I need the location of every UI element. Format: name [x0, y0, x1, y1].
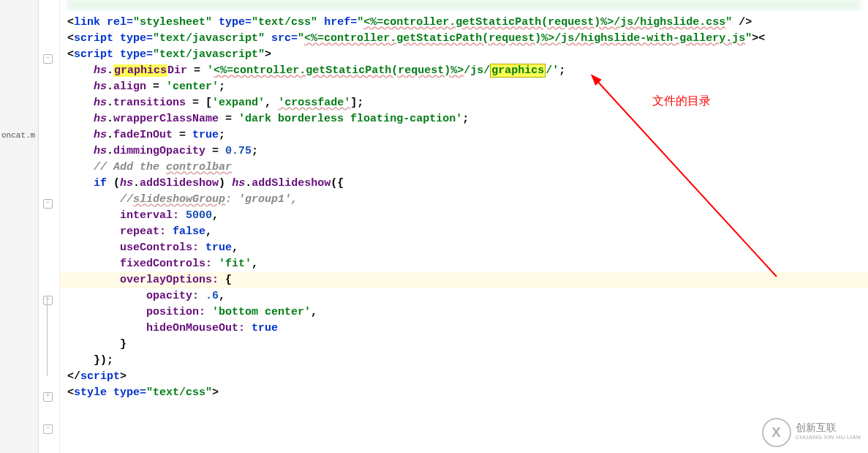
logo-icon: X: [762, 418, 791, 447]
code-line[interactable]: <link rel="stylesheet" type="text/css" h…: [60, 15, 868, 31]
code-line[interactable]: hs.wrapperClassName = 'dark borderless f…: [60, 111, 868, 127]
blurred-header: [67, 0, 861, 10]
code-line[interactable]: hs.graphicsDir = '<%=controller.getStati…: [60, 63, 868, 79]
editor-root: oncat.m − − − + − <link rel="stylesheet"…: [0, 0, 868, 453]
code-line[interactable]: interval: 5000,: [60, 208, 868, 224]
code-line[interactable]: if (hs.addSlideshow) hs.addSlideshow({: [60, 176, 868, 192]
fold-marker[interactable]: +: [43, 392, 53, 402]
project-sidebar[interactable]: oncat.m: [0, 0, 39, 453]
code-line-highlighted[interactable]: overlayOptions: {: [60, 272, 868, 288]
code-editor[interactable]: <link rel="stylesheet" type="text/css" h…: [60, 0, 868, 453]
code-line[interactable]: hideOnMouseOut: true: [60, 321, 868, 337]
code-line[interactable]: hs.dimmingOpacity = 0.75;: [60, 143, 868, 160]
sidebar-file[interactable]: oncat.m: [0, 128, 38, 143]
code-line[interactable]: //slideshowGroup: 'group1',: [60, 192, 868, 208]
code-line[interactable]: <script type="text/javascript" src="<%=c…: [60, 31, 868, 47]
code-line[interactable]: <script type="text/javascript">: [60, 47, 868, 63]
code-line[interactable]: fixedControls: 'fit',: [60, 256, 868, 272]
logo-text-cn: 创新互联: [796, 422, 861, 433]
watermark-logo: X 创新互联 CHUANG XIN HU LIAN: [762, 418, 861, 447]
code-line[interactable]: opacity: .6,: [60, 288, 868, 304]
code-line[interactable]: </script>: [60, 369, 868, 385]
code-line[interactable]: repeat: false,: [60, 224, 868, 240]
gutter[interactable]: − − − + −: [39, 0, 60, 453]
code-line[interactable]: });: [60, 353, 868, 369]
code-line[interactable]: hs.fadeInOut = true;: [60, 127, 868, 143]
code-line[interactable]: useControls: true,: [60, 240, 868, 256]
highlight-graphics: graphics: [113, 64, 167, 77]
fold-marker[interactable]: −: [43, 54, 53, 64]
code-line[interactable]: <style type="text/css">: [60, 385, 868, 401]
code-line[interactable]: position: 'bottom center',: [60, 304, 868, 321]
code-line[interactable]: // Add the controlbar: [60, 160, 868, 176]
fold-marker[interactable]: −: [43, 424, 53, 434]
code-line[interactable]: }: [60, 337, 868, 353]
logo-text-en: CHUANG XIN HU LIAN: [796, 433, 861, 443]
code-line[interactable]: hs.transitions = ['expand', 'crossfade']…: [60, 95, 868, 111]
fold-marker[interactable]: −: [43, 296, 53, 305]
highlight-graphics-path: graphics: [490, 64, 546, 78]
code-line[interactable]: hs.align = 'center';: [60, 79, 868, 95]
fold-marker[interactable]: −: [43, 199, 53, 209]
annotation-label: 文件的目录: [652, 94, 711, 109]
